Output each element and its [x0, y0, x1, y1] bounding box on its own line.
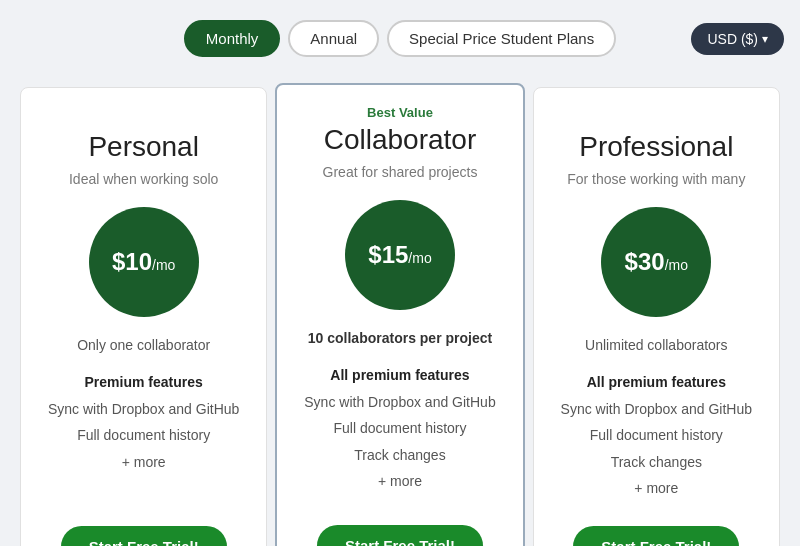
collaborator-badge: Best Value — [367, 105, 433, 120]
top-bar: Monthly Annual Special Price Student Pla… — [16, 20, 784, 57]
collaborator-name: Collaborator — [324, 124, 477, 156]
personal-price: $10/mo — [112, 248, 175, 276]
toggle-monthly[interactable]: Monthly — [184, 20, 281, 57]
personal-name: Personal — [88, 131, 199, 163]
toggle-annual[interactable]: Annual — [288, 20, 379, 57]
collaborator-price-circle: $15/mo — [345, 200, 455, 310]
professional-price: $30/mo — [625, 248, 688, 276]
collaborator-cta-button[interactable]: Start Free Trial! — [317, 525, 483, 546]
plan-collaborator: Best Value Collaborator Great for shared… — [275, 83, 524, 546]
professional-tagline: For those working with many — [567, 171, 745, 187]
collaborator-price: $15/mo — [368, 241, 431, 269]
personal-tagline: Ideal when working solo — [69, 171, 218, 187]
collaborator-collaborator-count: 10 collaborators per project — [308, 330, 492, 346]
personal-cta-button[interactable]: Start Free Trial! — [61, 526, 227, 546]
toggle-student[interactable]: Special Price Student Plans — [387, 20, 616, 57]
professional-features: All premium features Sync with Dropbox a… — [561, 369, 752, 502]
professional-cta-button[interactable]: Start Free Trial! — [573, 526, 739, 546]
plans-container: placeholder Personal Ideal when working … — [16, 87, 784, 546]
plan-personal: placeholder Personal Ideal when working … — [20, 87, 267, 546]
collaborator-features: All premium features Sync with Dropbox a… — [304, 362, 495, 495]
currency-selector[interactable]: USD ($) — [691, 23, 784, 55]
collaborator-tagline: Great for shared projects — [323, 164, 478, 180]
professional-price-circle: $30/mo — [601, 207, 711, 317]
professional-name: Professional — [579, 131, 733, 163]
professional-collaborator-count: Unlimited collaborators — [585, 337, 727, 353]
plan-professional: placeholder Professional For those worki… — [533, 87, 780, 546]
personal-features: Premium features Sync with Dropbox and G… — [48, 369, 239, 475]
personal-price-circle: $10/mo — [89, 207, 199, 317]
personal-collaborator-count: Only one collaborator — [77, 337, 210, 353]
billing-toggle-group: Monthly Annual Special Price Student Pla… — [184, 20, 616, 57]
